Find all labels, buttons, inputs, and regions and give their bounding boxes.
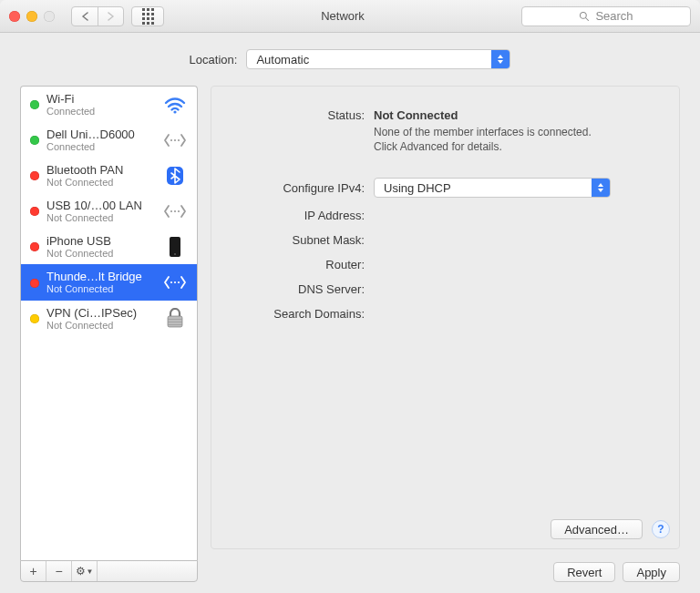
router-label: Router: <box>237 258 365 271</box>
interface-item[interactable]: Wi-FiConnected <box>21 87 197 122</box>
svg-point-11 <box>174 253 176 255</box>
iphone-icon <box>162 235 188 259</box>
interface-item[interactable]: Dell Uni…D6000Connected <box>21 122 197 158</box>
interface-status: Not Connected <box>46 320 155 331</box>
interface-name: iPhone USB <box>46 234 155 248</box>
interface-info: Dell Uni…D6000Connected <box>46 128 155 152</box>
help-button[interactable]: ? <box>652 520 670 538</box>
window-controls <box>9 11 55 22</box>
chevron-updown-icon <box>491 50 510 68</box>
search-placeholder: Search <box>595 9 633 23</box>
revert-button[interactable]: Revert <box>553 562 615 582</box>
interface-name: Thunde…lt Bridge <box>46 270 155 283</box>
status-dot <box>30 207 39 216</box>
ethernet-icon <box>162 128 188 152</box>
interface-name: Wi-Fi <box>46 92 155 106</box>
subnet-label: Subnet Mask: <box>237 233 365 247</box>
svg-point-9 <box>178 210 180 212</box>
minimize-window-button[interactable] <box>26 11 37 22</box>
title-bar: Network Search <box>0 0 700 33</box>
lock-icon <box>162 306 188 330</box>
close-window-button[interactable] <box>9 11 20 22</box>
forward-button[interactable] <box>98 7 123 26</box>
status-note: None of the member interfaces is connect… <box>374 126 654 154</box>
svg-line-1 <box>586 17 589 20</box>
interface-info: iPhone USBNot Connected <box>46 234 155 259</box>
interface-status: Not Connected <box>46 248 155 259</box>
bluetooth-icon <box>162 164 188 188</box>
svg-rect-15 <box>168 316 182 327</box>
ethernet-icon <box>162 199 188 223</box>
interface-item[interactable]: Bluetooth PANNot Connected <box>21 158 197 193</box>
svg-point-2 <box>173 110 176 113</box>
zoom-window-button[interactable] <box>44 11 55 22</box>
chevron-updown-icon <box>592 179 610 197</box>
interface-status: Not Connected <box>46 212 155 223</box>
location-label: Location: <box>190 53 238 66</box>
status-dot <box>30 242 39 251</box>
add-interface-button[interactable]: + <box>21 561 46 581</box>
wifi-icon <box>162 93 188 117</box>
status-dot <box>30 279 39 288</box>
show-all-prefs-button[interactable] <box>131 6 164 26</box>
interface-info: Wi-FiConnected <box>46 92 155 117</box>
ipv4-label: Configure IPv4: <box>237 181 365 195</box>
advanced-button[interactable]: Advanced… <box>551 519 643 539</box>
interface-info: Thunde…lt BridgeNot Connected <box>46 270 155 294</box>
ipv4-value: Using DHCP <box>384 181 451 195</box>
interface-item[interactable]: Thunde…lt BridgeNot Connected <box>21 264 197 300</box>
interface-name: Dell Uni…D6000 <box>46 128 155 141</box>
status-value: Not Connected <box>374 108 654 122</box>
interface-info: Bluetooth PANNot Connected <box>46 163 155 188</box>
svg-point-3 <box>170 139 172 141</box>
svg-point-4 <box>174 139 176 141</box>
status-label: Status: <box>237 108 365 122</box>
svg-point-7 <box>170 210 172 212</box>
interface-status: Not Connected <box>46 177 155 188</box>
svg-point-8 <box>174 210 176 212</box>
ethernet-icon <box>162 271 188 294</box>
location-row: Location: Automatic <box>20 49 680 69</box>
apply-button[interactable]: Apply <box>623 562 680 582</box>
interface-detail: Status: Not Connected None of the member… <box>211 86 680 549</box>
ip-label: IP Address: <box>237 209 365 222</box>
chevron-down-icon: ▼ <box>87 567 94 576</box>
svg-point-14 <box>178 281 180 283</box>
svg-point-5 <box>178 139 180 141</box>
interface-item[interactable]: USB 10/…00 LANNot Connected <box>21 193 197 229</box>
interface-info: USB 10/…00 LANNot Connected <box>46 199 155 223</box>
action-menu-button[interactable]: ⚙︎▼ <box>72 561 98 581</box>
interface-info: VPN (Ci…IPSec)Not Connected <box>46 306 155 331</box>
interface-name: VPN (Ci…IPSec) <box>46 306 155 320</box>
remove-interface-button[interactable]: − <box>46 561 72 581</box>
search-icon <box>579 11 590 22</box>
status-dot <box>30 100 39 109</box>
back-button[interactable] <box>72 7 98 26</box>
interface-name: USB 10/…00 LAN <box>46 199 155 212</box>
search-field[interactable]: Search <box>521 6 691 26</box>
svg-point-13 <box>174 281 176 283</box>
location-value: Automatic <box>256 53 309 66</box>
interface-status: Connected <box>46 141 155 152</box>
svg-point-12 <box>170 281 172 283</box>
ipv4-select[interactable]: Using DHCP <box>374 178 611 198</box>
interface-item[interactable]: VPN (Ci…IPSec)Not Connected <box>21 301 197 336</box>
interface-item[interactable]: iPhone USBNot Connected <box>21 229 197 264</box>
status-dot <box>30 314 39 323</box>
interface-status: Not Connected <box>46 283 155 294</box>
domains-label: Search Domains: <box>237 307 365 321</box>
interfaces-list: Wi-FiConnectedDell Uni…D6000ConnectedBlu… <box>20 86 198 560</box>
sidebar-tools: + − ⚙︎▼ <box>20 560 198 582</box>
interface-name: Bluetooth PAN <box>46 163 155 177</box>
status-dot <box>30 136 39 145</box>
dns-label: DNS Server: <box>237 282 365 296</box>
grid-icon <box>142 8 154 25</box>
status-dot <box>30 171 39 180</box>
nav-back-forward <box>71 6 124 26</box>
window-title: Network <box>171 9 514 23</box>
interface-status: Connected <box>46 106 155 117</box>
gear-icon: ⚙︎ <box>76 565 86 578</box>
location-select[interactable]: Automatic <box>246 49 510 69</box>
